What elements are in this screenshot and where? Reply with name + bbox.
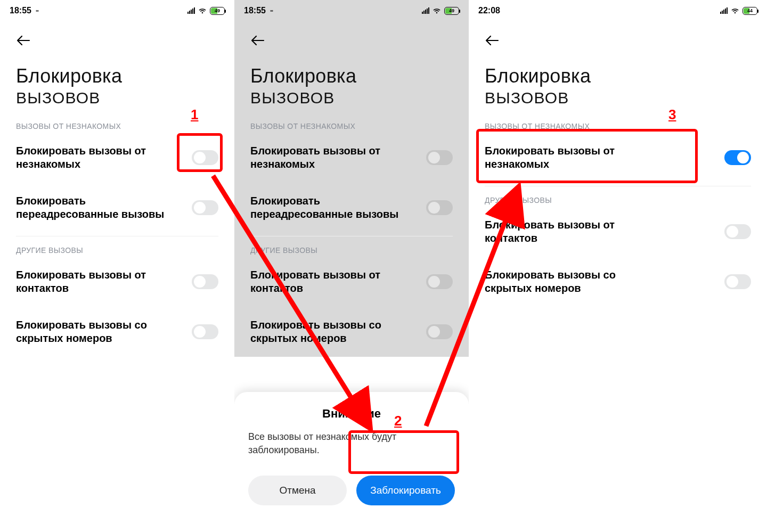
section-unknown-label: ВЫЗОВЫ ОТ НЕЗНАКОМЫХ	[16, 122, 218, 130]
toggle-block-contacts[interactable]	[724, 224, 751, 239]
row-block-contacts[interactable]: Блокировать вызовы от контактов	[250, 257, 453, 307]
status-dots: ••	[270, 8, 273, 14]
toggle-block-unknown[interactable]	[426, 150, 453, 165]
toggle-block-hidden[interactable]	[426, 324, 453, 339]
row-block-contacts-label: Блокировать вызовы от контактов	[16, 268, 165, 295]
dialog-title: Внимание	[248, 407, 455, 421]
battery-icon: 49	[210, 7, 225, 15]
confirm-button[interactable]: Заблокировать	[356, 476, 455, 505]
row-block-contacts[interactable]: Блокировать вызовы от контактов	[16, 257, 218, 307]
row-block-forwarded-label: Блокировать переадресованные вызовы	[16, 194, 165, 221]
back-button[interactable]	[250, 32, 267, 49]
dialog-text: Все вызовы от незнакомых будут заблокиро…	[248, 430, 455, 456]
back-button[interactable]	[16, 32, 33, 49]
row-block-contacts-label: Блокировать вызовы от контактов	[485, 218, 634, 245]
signal-icon	[187, 7, 195, 14]
row-block-forwarded[interactable]: Блокировать переадресованные вызовы	[16, 183, 218, 233]
divider	[250, 236, 453, 236]
signal-icon	[720, 7, 728, 14]
row-block-unknown-label: Блокировать вызовы от незнакомых	[250, 144, 399, 171]
status-time: 22:08	[478, 6, 500, 15]
row-block-unknown-label: Блокировать вызовы от незнакомых	[16, 144, 165, 171]
status-bar: 22:08 44	[469, 0, 767, 21]
status-dots: ••	[36, 8, 38, 14]
row-block-contacts[interactable]: Блокировать вызовы от контактов	[485, 207, 751, 257]
toggle-block-contacts[interactable]	[426, 274, 453, 289]
row-block-unknown-label: Блокировать вызовы от незнакомых	[485, 144, 634, 171]
toggle-block-hidden[interactable]	[724, 274, 751, 289]
status-time: 18:55	[244, 6, 266, 15]
toggle-block-forwarded[interactable]	[192, 200, 218, 215]
row-block-hidden[interactable]: Блокировать вызовы со скрытых номеров	[250, 307, 453, 357]
row-block-contacts-label: Блокировать вызовы от контактов	[250, 268, 399, 295]
row-block-hidden-label: Блокировать вызовы со скрытых номеров	[16, 318, 165, 345]
battery-icon: 49	[444, 7, 459, 15]
wifi-icon	[731, 7, 739, 14]
screen-1: 18:55 •• 49 Блокировка вызовов ВЫЗО	[0, 0, 234, 532]
page-title: Блокировка вызовов	[250, 64, 453, 108]
toggle-block-forwarded[interactable]	[426, 200, 453, 215]
divider	[16, 236, 218, 236]
status-bar: 18:55 •• 49	[234, 0, 469, 21]
row-block-unknown[interactable]: Блокировать вызовы от незнакомых	[250, 133, 453, 183]
back-button[interactable]	[485, 32, 502, 49]
screen-2: 18:55 •• 49 Блокировка вызовов ВЫЗО	[234, 0, 469, 532]
section-unknown-label: ВЫЗОВЫ ОТ НЕЗНАКОМЫХ	[250, 122, 453, 130]
row-block-unknown[interactable]: Блокировать вызовы от незнакомых	[16, 133, 218, 183]
row-block-forwarded-label: Блокировать переадресованные вызовы	[250, 194, 399, 221]
section-unknown-label: ВЫЗОВЫ ОТ НЕЗНАКОМЫХ	[485, 122, 751, 130]
battery-icon: 44	[742, 7, 757, 15]
row-block-hidden[interactable]: Блокировать вызовы со скрытых номеров	[16, 307, 218, 357]
section-other-label: ДРУГИЕ ВЫЗОВЫ	[250, 246, 453, 255]
page-title: Блокировка вызовов	[16, 64, 218, 108]
toggle-block-hidden[interactable]	[192, 324, 218, 339]
wifi-icon	[198, 7, 207, 14]
section-other-label: ДРУГИЕ ВЫЗОВЫ	[16, 246, 218, 255]
row-block-hidden-label: Блокировать вызовы со скрытых номеров	[485, 268, 634, 295]
row-block-unknown[interactable]: Блокировать вызовы от незнакомых	[485, 133, 751, 183]
section-other-label: ДРУГИЕ ВЫЗОВЫ	[485, 196, 751, 204]
row-block-hidden[interactable]: Блокировать вызовы со скрытых номеров	[485, 257, 751, 307]
cancel-button[interactable]: Отмена	[248, 476, 347, 505]
confirm-dialog: Внимание Все вызовы от незнакомых будут …	[234, 392, 469, 532]
signal-icon	[422, 7, 429, 14]
toggle-block-unknown[interactable]	[724, 150, 751, 165]
status-time: 18:55	[10, 6, 31, 15]
screen-3: 22:08 44 Блокировка вызовов ВЫЗОВЫ ОТ НЕ…	[469, 0, 767, 532]
toggle-block-unknown[interactable]	[192, 150, 218, 165]
row-block-forwarded[interactable]: Блокировать переадресованные вызовы	[250, 183, 453, 233]
toggle-block-contacts[interactable]	[192, 274, 218, 289]
wifi-icon	[433, 7, 441, 14]
divider	[485, 186, 751, 186]
status-bar: 18:55 •• 49	[0, 0, 234, 21]
page-title: Блокировка вызовов	[485, 64, 751, 108]
row-block-hidden-label: Блокировать вызовы со скрытых номеров	[250, 318, 399, 345]
